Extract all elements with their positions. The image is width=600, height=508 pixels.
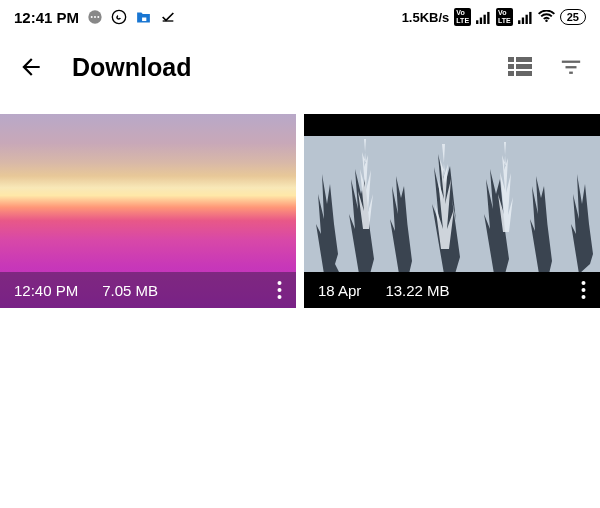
volte-badge-1: VoLTE — [454, 8, 471, 26]
svg-point-1 — [91, 16, 93, 18]
video-thumbnail[interactable]: 12:40 PM 7.05 MB — [0, 114, 296, 308]
more-vert-icon[interactable] — [581, 281, 586, 299]
svg-rect-8 — [484, 14, 486, 23]
thumbnail-info-bar: 12:40 PM 7.05 MB — [0, 272, 296, 308]
whatsapp-icon — [111, 9, 127, 25]
svg-point-27 — [582, 281, 586, 285]
svg-rect-18 — [508, 71, 514, 76]
svg-rect-10 — [518, 20, 520, 24]
page-title: Download — [72, 53, 480, 82]
notification-dots-icon — [87, 9, 103, 25]
svg-rect-7 — [480, 17, 482, 24]
svg-point-2 — [94, 16, 96, 18]
back-arrow-icon[interactable] — [18, 54, 44, 80]
svg-rect-11 — [522, 17, 524, 24]
data-rate: 1.5KB/s — [402, 10, 450, 25]
app-bar-actions — [508, 56, 582, 78]
svg-rect-6 — [476, 20, 478, 24]
svg-point-4 — [112, 10, 125, 23]
svg-rect-19 — [516, 71, 532, 76]
svg-rect-13 — [529, 11, 531, 23]
view-list-icon[interactable] — [508, 56, 532, 78]
checkmark-icon — [160, 9, 176, 25]
svg-rect-22 — [569, 72, 573, 74]
signal-icon-2 — [518, 11, 533, 24]
thumbnail-time: 18 Apr — [318, 282, 361, 299]
svg-rect-16 — [508, 64, 514, 69]
svg-rect-9 — [487, 11, 489, 23]
svg-rect-17 — [516, 64, 532, 69]
svg-point-23 — [278, 281, 282, 285]
svg-point-25 — [278, 295, 282, 299]
svg-point-29 — [582, 295, 586, 299]
volte-badge-2: VoLTE — [496, 8, 513, 26]
status-left: 12:41 PM — [14, 9, 176, 26]
status-time: 12:41 PM — [14, 9, 79, 26]
svg-rect-15 — [516, 57, 532, 62]
status-bar: 12:41 PM 1.5KB/s VoLTE VoLTE 25 — [0, 0, 600, 34]
svg-point-3 — [97, 16, 99, 18]
svg-rect-12 — [525, 14, 527, 23]
thumbnail-time: 12:40 PM — [14, 282, 78, 299]
thumbnail-info-bar: 18 Apr 13.22 MB — [304, 272, 600, 308]
wifi-icon — [538, 10, 555, 24]
svg-rect-20 — [562, 61, 580, 63]
app-bar: Download — [0, 34, 600, 100]
battery-indicator: 25 — [560, 9, 586, 25]
filter-icon[interactable] — [560, 56, 582, 78]
svg-rect-14 — [508, 57, 514, 62]
status-right: 1.5KB/s VoLTE VoLTE 25 — [402, 8, 586, 26]
svg-point-24 — [278, 288, 282, 292]
more-vert-icon[interactable] — [277, 281, 282, 299]
thumbnail-size: 13.22 MB — [385, 282, 449, 299]
svg-rect-5 — [142, 17, 146, 21]
video-thumbnail[interactable]: 18 Apr 13.22 MB — [304, 114, 600, 308]
thumbnail-size: 7.05 MB — [102, 282, 158, 299]
gallery-grid: 12:40 PM 7.05 MB — [0, 114, 600, 308]
svg-point-28 — [582, 288, 586, 292]
folder-icon — [135, 9, 152, 26]
svg-rect-21 — [566, 66, 577, 68]
signal-icon-1 — [476, 11, 491, 24]
